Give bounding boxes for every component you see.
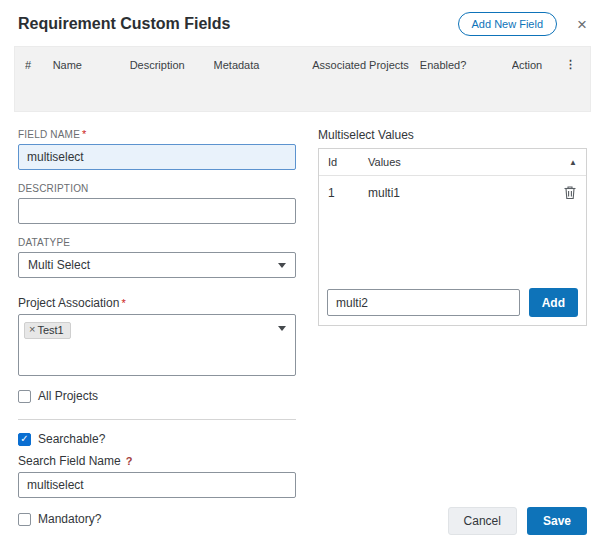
section-divider [18, 419, 296, 420]
field-name-label: FIELD NAME [18, 129, 80, 140]
column-header-action: Action [512, 59, 561, 71]
form-right-column: Multiselect Values Id Values ▲ 1 multi1 [318, 128, 587, 526]
all-projects-row: All Projects [18, 389, 296, 403]
mandatory-row: Mandatory? [18, 512, 296, 526]
search-field-name-group: Search Field Name? [18, 454, 296, 498]
multiselect-values-title: Multiselect Values [318, 128, 587, 142]
table-header-row: # Name Description Metadata Associated P… [15, 47, 590, 81]
searchable-label: Searchable? [38, 432, 105, 446]
value-row-text: multi1 [368, 186, 563, 200]
cancel-button[interactable]: Cancel [448, 507, 517, 535]
chevron-down-icon [278, 263, 286, 268]
description-input[interactable] [18, 198, 296, 224]
add-value-button[interactable]: Add [529, 288, 578, 317]
close-icon[interactable]: × [573, 16, 591, 33]
requirement-custom-fields-dialog: Requirement Custom Fields Add New Field … [0, 0, 605, 550]
delete-value-icon[interactable] [563, 185, 577, 200]
values-table-row: 1 multi1 [319, 176, 586, 209]
dialog-header: Requirement Custom Fields Add New Field … [12, 10, 593, 46]
mandatory-checkbox[interactable] [18, 513, 31, 526]
required-asterisk: * [121, 297, 125, 309]
custom-fields-table: # Name Description Metadata Associated P… [14, 46, 591, 112]
column-header-enabled: Enabled? [420, 59, 512, 71]
search-field-name-label: Search Field Name [18, 454, 121, 468]
table-body-empty [15, 81, 590, 111]
field-editor-form: FIELD NAME* DESCRIPTION DATATYPE Multi S… [12, 128, 593, 526]
searchable-checkbox[interactable] [18, 433, 31, 446]
project-association-label: Project Association [18, 296, 119, 310]
search-field-name-input[interactable] [18, 472, 296, 498]
header-actions: Add New Field × [458, 12, 591, 36]
selected-project-tag-label: Test1 [37, 324, 63, 336]
datatype-label: DATATYPE [18, 237, 296, 248]
all-projects-label: All Projects [38, 389, 98, 403]
project-association-multiselect[interactable]: × Test1 [18, 314, 296, 376]
column-header-name: Name [53, 59, 130, 71]
chevron-down-icon [278, 326, 286, 331]
field-name-group: FIELD NAME* [18, 128, 296, 170]
mandatory-label: Mandatory? [38, 512, 101, 526]
selected-project-tag: × Test1 [24, 322, 71, 339]
column-header-associated-projects: Associated Projects [312, 59, 420, 71]
value-row-id: 1 [328, 186, 368, 200]
description-group: DESCRIPTION [18, 183, 296, 224]
page-title: Requirement Custom Fields [18, 15, 230, 33]
remove-tag-icon[interactable]: × [29, 324, 35, 335]
help-icon[interactable]: ? [126, 455, 133, 467]
required-asterisk: * [82, 128, 86, 140]
form-left-column: FIELD NAME* DESCRIPTION DATATYPE Multi S… [18, 128, 296, 526]
save-button[interactable]: Save [527, 507, 587, 535]
datatype-selected-value: Multi Select [28, 258, 90, 272]
column-header-description: Description [130, 59, 214, 71]
description-label: DESCRIPTION [18, 183, 296, 194]
column-options-icon[interactable]: ⋮ [561, 58, 580, 71]
multiselect-values-panel: Id Values ▲ 1 multi1 [318, 148, 587, 326]
values-column-id: Id [328, 156, 368, 168]
field-name-input[interactable] [18, 144, 296, 170]
add-value-row: Add [319, 280, 586, 325]
column-header-index: # [25, 59, 53, 71]
datatype-group: DATATYPE Multi Select [18, 237, 296, 278]
column-header-metadata: Metadata [214, 59, 313, 71]
values-table-header: Id Values ▲ [319, 149, 586, 176]
searchable-row: Searchable? [18, 432, 296, 446]
dialog-footer: Cancel Save [448, 507, 587, 535]
all-projects-checkbox[interactable] [18, 390, 31, 403]
values-column-values: Values [368, 156, 569, 168]
new-value-input[interactable] [327, 289, 520, 316]
datatype-select[interactable]: Multi Select [18, 252, 296, 278]
project-association-group: Project Association* × Test1 [18, 296, 296, 376]
sort-ascending-icon[interactable]: ▲ [569, 158, 577, 167]
add-new-field-button[interactable]: Add New Field [458, 12, 558, 36]
